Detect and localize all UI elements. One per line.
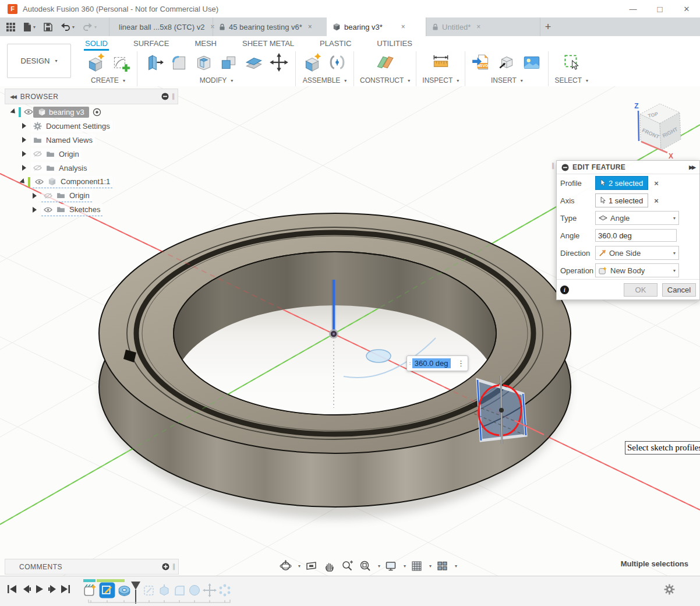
dialog-header[interactable]: EDIT FEATURE ▶▶ xyxy=(557,161,699,174)
expand-arrow-icon[interactable] xyxy=(22,165,26,171)
timeline-feature-move-suppressed[interactable] xyxy=(203,583,217,600)
joint-button[interactable] xyxy=(327,52,348,73)
info-icon[interactable]: i xyxy=(560,286,569,294)
angle-value-selected[interactable]: 360.0 deg xyxy=(412,358,451,368)
undo-button[interactable]: ▾ xyxy=(56,17,79,36)
tab-close-icon[interactable]: × xyxy=(308,23,312,31)
group-label-assemble[interactable]: ASSEMBLE▾ xyxy=(303,76,347,84)
combine-button[interactable] xyxy=(218,52,239,73)
browser-row-root[interactable]: bearing v3 xyxy=(12,106,101,118)
fit-button[interactable] xyxy=(358,559,373,573)
clear-profile-icon[interactable]: × xyxy=(654,179,659,188)
browser-row-document-settings[interactable]: Document Settings xyxy=(22,120,112,132)
measure-button[interactable] xyxy=(430,52,451,73)
create-sketch-button[interactable] xyxy=(110,52,131,73)
timeline-feature-sketch-selected[interactable] xyxy=(99,582,115,601)
viewcube[interactable]: TOP FRONT RIGHT Z X xyxy=(634,102,681,160)
file-menu-button[interactable]: ▾ xyxy=(19,17,40,36)
minimize-button[interactable]: — xyxy=(620,0,646,17)
display-settings-button[interactable] xyxy=(384,559,398,573)
close-button[interactable]: ✕ xyxy=(673,0,700,17)
timeline-feature-sketch-suppressed[interactable] xyxy=(142,583,156,600)
timeline-feature-extrude-suppressed[interactable] xyxy=(157,583,171,600)
group-label-create[interactable]: CREATE▾ xyxy=(91,76,125,84)
browser-row-component-origin[interactable]: Origin xyxy=(33,190,92,202)
new-solid-primitive-button[interactable] xyxy=(85,52,106,73)
kebab-menu-icon[interactable]: ⋮ xyxy=(457,359,465,368)
ribbon-tab-sheet-metal[interactable]: SHEET METAL xyxy=(241,38,295,50)
group-label-inspect[interactable]: INSPECT▾ xyxy=(422,76,459,84)
visibility-off-icon[interactable] xyxy=(33,165,42,171)
direction-dropdown[interactable]: One Side ▾ xyxy=(595,246,679,260)
timeline-step-back-button[interactable] xyxy=(22,584,31,596)
new-component-button[interactable] xyxy=(302,52,323,73)
tab-close-icon[interactable]: × xyxy=(476,23,480,31)
timeline-feature-revolve[interactable] xyxy=(117,583,132,600)
orbit-button[interactable] xyxy=(278,559,293,573)
document-tab-4[interactable]: Untitled* × xyxy=(426,17,532,36)
timeline-step-forward-button[interactable] xyxy=(48,584,57,596)
visibility-off-icon[interactable] xyxy=(33,151,42,157)
expand-arrow-icon[interactable] xyxy=(19,178,26,185)
maximize-button[interactable]: □ xyxy=(646,0,673,17)
zoom-button[interactable] xyxy=(340,559,355,573)
ribbon-tab-plastic[interactable]: PLASTIC xyxy=(319,38,352,50)
orbit-caret[interactable]: ▾ xyxy=(298,563,300,569)
ribbon-tab-utilities[interactable]: UTILITIES xyxy=(376,38,413,50)
timeline-play-button[interactable] xyxy=(35,584,44,596)
tab-close-icon[interactable]: × xyxy=(401,23,405,31)
document-tab-1[interactable]: linear ball ...5x8 (CTC) v2 × xyxy=(109,17,213,36)
comments-panel[interactable]: COMMENTS ∥ xyxy=(5,559,179,575)
visibility-eye-icon[interactable] xyxy=(35,179,44,185)
browser-row-named-views[interactable]: Named Views xyxy=(22,134,95,146)
timeline-go-to-start-button[interactable] xyxy=(7,584,17,596)
viewports-caret[interactable]: ▾ xyxy=(455,563,457,569)
new-document-tab-button[interactable]: + xyxy=(540,17,556,36)
viewport-canvas[interactable]: TOP FRONT RIGHT Z X xyxy=(0,86,700,576)
grid-caret[interactable]: ▾ xyxy=(429,563,432,569)
axis-select-button[interactable]: 1 selected xyxy=(595,193,648,207)
panel-grip[interactable]: ∥ xyxy=(172,93,175,100)
timeline-feature-pattern-suppressed[interactable] xyxy=(218,583,232,600)
drag-handle-icon[interactable]: ∶∶ xyxy=(409,361,411,367)
redo-button[interactable]: ▾ xyxy=(79,17,101,36)
ribbon-tab-mesh[interactable]: MESH xyxy=(193,38,218,50)
timeline-feature-new-component[interactable] xyxy=(83,583,97,600)
pan-button[interactable] xyxy=(322,559,337,573)
browser-row-sketches[interactable]: Sketches xyxy=(33,204,102,216)
select-button[interactable] xyxy=(561,52,582,73)
data-panel-button[interactable] xyxy=(2,17,19,36)
group-label-insert[interactable]: INSERT▾ xyxy=(491,76,523,84)
root-node[interactable]: bearing v3 xyxy=(33,107,89,118)
ok-button[interactable]: OK xyxy=(624,283,657,297)
redo-caret[interactable]: ▾ xyxy=(94,24,97,30)
group-label-modify[interactable]: MODIFY▾ xyxy=(200,76,234,84)
insert-mesh-button[interactable] xyxy=(496,52,517,73)
cancel-button[interactable]: Cancel xyxy=(662,283,696,297)
grid-snap-button[interactable] xyxy=(409,559,424,573)
offset-face-button[interactable] xyxy=(243,52,264,73)
viewports-button[interactable] xyxy=(435,559,450,573)
expand-arrow-icon[interactable] xyxy=(33,207,37,213)
browser-row-analysis[interactable]: Analysis xyxy=(22,162,89,174)
expand-arrow-icon[interactable] xyxy=(22,137,26,143)
workspace-selector[interactable]: DESIGN ▾ xyxy=(7,44,71,78)
undo-caret[interactable]: ▾ xyxy=(72,24,75,30)
clear-axis-icon[interactable]: × xyxy=(654,196,659,205)
timeline-settings-button[interactable] xyxy=(664,584,675,597)
press-pull-button[interactable] xyxy=(143,52,164,73)
collapse-browser-icon[interactable]: ◀◀ xyxy=(10,94,16,100)
save-button[interactable] xyxy=(40,17,56,36)
timeline-go-to-end-button[interactable] xyxy=(61,584,71,596)
group-label-select[interactable]: SELECT▾ xyxy=(554,76,588,84)
type-dropdown[interactable]: Angle ▾ xyxy=(595,211,679,225)
document-tab-active[interactable]: bearing v3* × xyxy=(327,17,426,36)
ribbon-tab-solid[interactable]: SOLID xyxy=(84,38,109,50)
profile-select-button[interactable]: 2 selected xyxy=(595,176,648,190)
visibility-off-icon[interactable] xyxy=(44,193,52,199)
expand-arrow-icon[interactable] xyxy=(10,108,17,115)
ribbon-tab-surface[interactable]: SURFACE xyxy=(132,38,170,50)
panel-grip[interactable]: ∥ xyxy=(172,563,176,570)
fillet-button[interactable] xyxy=(168,52,189,73)
dialog-grip[interactable]: ∥ xyxy=(551,162,555,170)
